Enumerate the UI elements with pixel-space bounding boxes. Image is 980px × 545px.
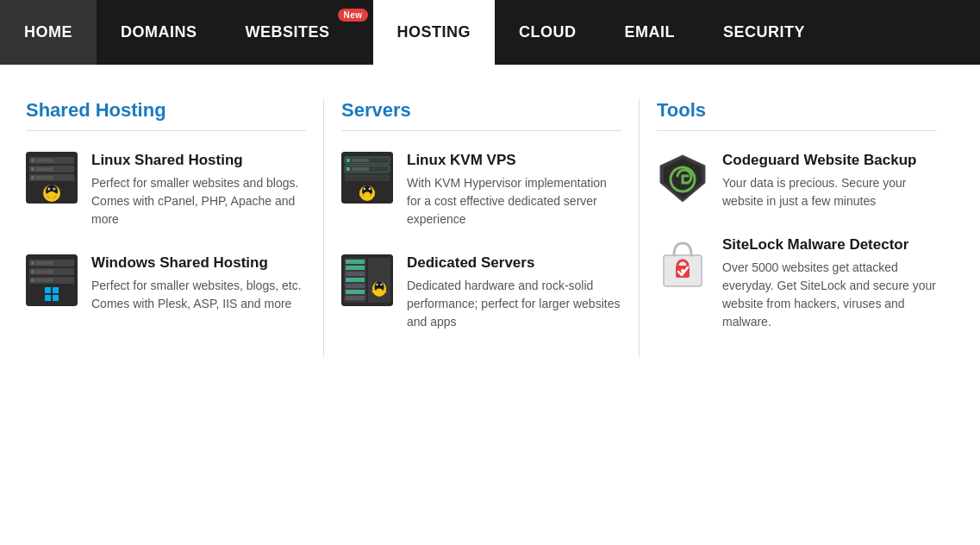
dedicated-servers-desc: Dedicated hardware and rock-solid perfor… — [407, 277, 621, 331]
linux-kvm-text: Linux KVM VPS With KVM Hypervisor implem… — [407, 152, 621, 229]
svg-rect-31 — [45, 295, 51, 301]
svg-rect-29 — [45, 287, 51, 293]
codeguard-desc: Your data is precious. Secure your websi… — [722, 174, 937, 210]
svg-rect-40 — [352, 159, 369, 162]
dedicated-servers-text: Dedicated Servers Dedicated hardware and… — [407, 254, 621, 331]
svg-rect-36 — [345, 174, 390, 181]
svg-rect-57 — [346, 272, 365, 276]
main-content: Shared Hosting — [0, 65, 980, 383]
linux-shared-icon — [26, 152, 78, 204]
sitelock-desc: Over 5000 websites get attacked everyday… — [722, 259, 937, 331]
svg-rect-4 — [31, 159, 34, 162]
codeguard-title: Codeguard Website Backup — [722, 152, 937, 169]
svg-point-68 — [381, 284, 382, 285]
codeguard-text: Codeguard Website Backup Your data is pr… — [722, 152, 937, 210]
windows-shared-icon — [26, 254, 78, 306]
svg-rect-61 — [346, 296, 365, 300]
nav-cloud[interactable]: CLOUD — [495, 0, 601, 65]
svg-rect-39 — [346, 159, 350, 162]
svg-rect-8 — [31, 176, 34, 179]
svg-rect-42 — [352, 167, 369, 171]
linux-kvm-item[interactable]: Linux KVM VPS With KVM Hypervisor implem… — [341, 152, 621, 229]
svg-rect-24 — [36, 261, 53, 265]
svg-rect-58 — [346, 278, 365, 282]
svg-rect-7 — [36, 167, 53, 171]
nav-home-label: HOME — [24, 23, 72, 41]
svg-point-67 — [377, 284, 378, 285]
windows-shared-text: Windows Shared Hosting Perfect for small… — [91, 254, 306, 313]
svg-rect-6 — [31, 167, 34, 171]
sitelock-item[interactable]: SiteLock Malware Detector Over 5000 webs… — [657, 236, 937, 331]
dedicated-servers-item[interactable]: Dedicated Servers Dedicated hardware and… — [341, 254, 621, 331]
nav-websites-label: WEBSITES — [246, 23, 330, 41]
nav-security[interactable]: SECURITY — [699, 0, 829, 65]
nav-home[interactable]: HOME — [0, 0, 97, 65]
nav-domains-label: DOMAINS — [121, 23, 197, 41]
codeguard-item[interactable]: Codeguard Website Backup Your data is pr… — [657, 152, 937, 210]
svg-rect-41 — [346, 167, 350, 171]
servers-column: Servers — [341, 99, 640, 357]
windows-shared-item[interactable]: Windows Shared Hosting Perfect for small… — [26, 254, 306, 313]
tools-column: Tools Codeguard Website Backup Your data… — [657, 99, 954, 357]
svg-point-48 — [365, 188, 365, 189]
servers-title: Servers — [341, 99, 621, 131]
linux-kvm-icon — [341, 152, 393, 204]
svg-point-16 — [54, 188, 55, 189]
svg-rect-5 — [36, 159, 53, 162]
linux-kvm-title: Linux KVM VPS — [407, 152, 621, 169]
linux-shared-text: Linux Shared Hosting Perfect for smaller… — [91, 152, 306, 229]
linux-shared-title: Linux Shared Hosting — [91, 152, 306, 169]
sitelock-icon — [657, 236, 708, 288]
svg-rect-32 — [53, 295, 59, 301]
svg-point-45 — [364, 192, 371, 198]
sitelock-title: SiteLock Malware Detector — [722, 236, 937, 254]
codeguard-icon — [657, 152, 708, 204]
nav-domains[interactable]: DOMAINS — [97, 0, 222, 65]
nav-websites[interactable]: WEBSITES New — [222, 0, 373, 65]
nav-email[interactable]: EMAIL — [601, 0, 700, 65]
svg-rect-28 — [36, 279, 53, 282]
linux-shared-desc: Perfect for smaller websites and blogs. … — [91, 174, 306, 229]
svg-rect-26 — [36, 270, 53, 273]
shared-hosting-title: Shared Hosting — [26, 99, 306, 131]
svg-rect-27 — [31, 279, 34, 282]
linux-shared-item[interactable]: Linux Shared Hosting Perfect for smaller… — [26, 152, 306, 229]
svg-rect-30 — [53, 287, 59, 293]
svg-rect-23 — [31, 261, 34, 265]
svg-point-49 — [370, 188, 371, 189]
nav-cloud-label: CLOUD — [519, 23, 577, 41]
svg-rect-25 — [31, 270, 34, 273]
nav-security-label: SECURITY — [723, 23, 805, 41]
svg-rect-9 — [36, 176, 53, 179]
nav-hosting-label: HOSTING — [397, 23, 471, 41]
shared-hosting-column: Shared Hosting — [26, 99, 324, 357]
svg-rect-55 — [346, 260, 365, 264]
dedicated-servers-title: Dedicated Servers — [407, 254, 621, 272]
nav-email-label: EMAIL — [625, 23, 676, 41]
sitelock-text: SiteLock Malware Detector Over 5000 webs… — [722, 236, 937, 331]
svg-rect-59 — [346, 284, 365, 288]
main-nav: HOME DOMAINS WEBSITES New HOSTING CLOUD … — [0, 0, 980, 65]
new-badge: New — [338, 9, 367, 22]
windows-shared-desc: Perfect for smaller websites, blogs, etc… — [91, 277, 306, 313]
svg-point-64 — [376, 289, 383, 295]
svg-rect-60 — [346, 290, 365, 294]
tools-title: Tools — [657, 99, 937, 131]
svg-rect-56 — [346, 266, 365, 270]
svg-point-15 — [49, 188, 50, 189]
nav-hosting[interactable]: HOSTING — [373, 0, 496, 65]
windows-shared-title: Windows Shared Hosting — [91, 254, 306, 272]
linux-kvm-desc: With KVM Hypervisor implementation for a… — [407, 174, 621, 229]
dedicated-servers-icon — [341, 254, 393, 306]
